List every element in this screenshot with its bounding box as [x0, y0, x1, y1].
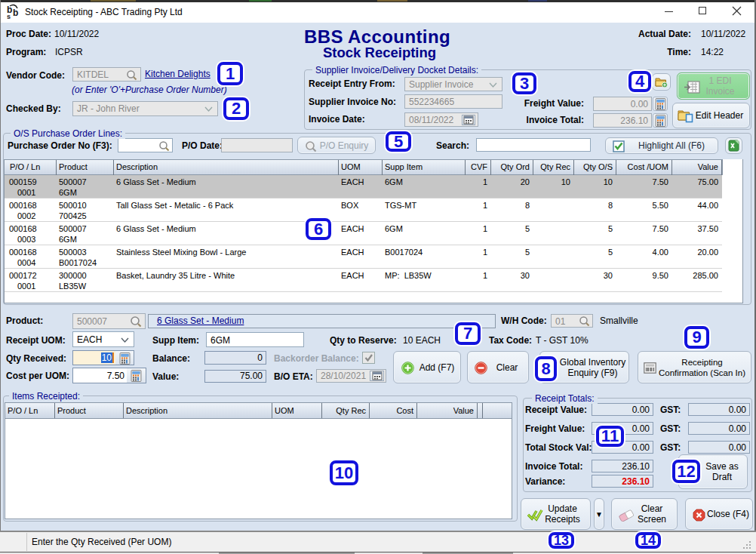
svg-text:b: b — [13, 8, 18, 18]
svg-text:s: s — [7, 13, 11, 20]
